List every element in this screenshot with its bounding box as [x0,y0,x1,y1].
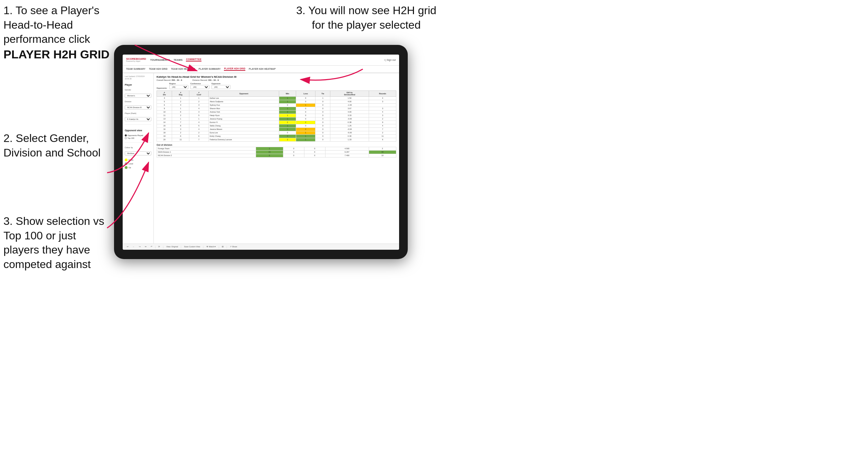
out-of-division-label: Out of division [157,144,396,146]
table-row: 1474 Eunice Yi 2 2 0 0.38 9 [157,121,396,124]
tablet-screen: SCOREBOARD Powered by clippd TOURNAMENTS… [123,55,399,250]
table-row: NAIA Division 1 15 0 0 9.267 30 [157,150,396,154]
step3-left-text: 3. Show selection vs Top 100 or just pla… [3,215,104,270]
toolbar-swap[interactable]: ⇔ [143,245,148,248]
toolbar-sep-2: | [163,246,163,248]
filter-row: Opponents: Region (All) Conference (All) [157,83,396,89]
grid-title: Katelyn Vo Head-to-Head Grid for Women's… [157,75,396,78]
table-row: 1063 Andrea York 2 0 0 4.00 4 [157,110,396,114]
toolbar-sep-1: | [155,246,156,248]
table-row: 20117 Federica Domecq Lacroze 2 1 0 1.33… [157,138,396,141]
filter-opponent-select[interactable]: (All) [211,85,230,89]
toolbar-clock[interactable]: ⟳ [157,245,161,248]
instruction-3-top: 3. You will now see H2H grid for the pla… [283,3,449,32]
radio-dot-opponents [125,134,127,136]
divider-2 [125,142,151,143]
col-rounds: Rounds [369,90,396,96]
colour-by-label: Colour by [125,146,151,149]
table-row: 522 Alexis Sudjianto 1 0 0 4.00 3 [157,100,396,103]
toolbar-grid[interactable]: ⊞ [220,245,225,248]
toolbar-back[interactable]: ← [131,245,136,248]
sub-navbar: TEAM SUMMARY TEAM H2H GRID TEAM H2H HEAT… [123,66,399,73]
brand-name: SCOREBOARD Powered by clippd [126,58,146,62]
navbar: SCOREBOARD Powered by clippd TOURNAMENTS… [123,55,399,66]
opponent-view-options: Opponents Played Top 100 [125,134,151,139]
division-record: Division Record: 331 - 34 - 6 [192,79,219,81]
sub-nav-team-h2h[interactable]: TEAM H2H GRID [149,68,168,70]
colour-by-select[interactable]: Win/loss [125,151,151,155]
step3-top-line2: for the player selected [312,19,421,31]
filter-region-select[interactable]: (All) [169,85,188,89]
table-row: 1822 Euna Lee 0 1 0 -5.00 2 [157,131,396,134]
sidebar: Last Updated: 27/03/202416:55:38 Player … [123,73,154,244]
step1-text: 1. To see a Player's Head-to-Head perfor… [3,4,100,45]
nav-committee[interactable]: COMMITTEE [186,58,201,61]
filter-opponent-group: Opponent (All) [211,83,230,89]
step2-text: 2. Select Gender, Division and School [3,132,101,159]
h2h-table: #Div #Reg #Conf Opponent Win Loss Tie Di… [157,90,396,142]
toolbar-sep-3: | [181,246,181,248]
colour-legend: Down Level Up [125,159,151,169]
legend-down: Down [125,159,151,161]
filter-region-group: Region (All) [169,83,188,89]
toolbar-save-custom[interactable]: Save Custom View [183,245,201,248]
table-row: 1634 Jessica Mason 1 2 0 -0.94 7 [157,127,396,131]
filter-opponents-label: Opponents: [157,87,167,89]
brand: SCOREBOARD Powered by clippd [126,58,146,62]
sub-nav-player-heatmap[interactable]: PLAYER H2H HEATMAP [249,68,276,70]
legend-dot-level [125,162,128,165]
player-section-label: Player [125,84,151,86]
table-row: 1585 Stella Cheng 1 0 0 1.25 4 [157,124,396,127]
step1-bold: PLAYER H2H GRID [3,48,110,61]
toolbar-redo[interactable]: ↪ [138,245,142,248]
sub-nav-player-h2h[interactable]: PLAYER H2H GRID [224,67,245,71]
nav-sign-out[interactable]: i | Sign out [384,59,396,61]
toolbar-watch[interactable]: 👁 Watch ▾ [205,245,217,248]
legend-up: Up [125,166,151,169]
toolbar-sep-4: | [203,246,204,248]
nav-tournaments[interactable]: TOURNAMENTS [150,59,170,61]
table-row: 1125 Heejo Hyun 1 0 0 3.33 3 [157,114,396,117]
toolbar-sep-6: | [226,246,227,248]
step3-top-line1: 3. You will now see H2H grid [296,4,436,17]
table-row: 311 Esther Lee 1 0 1 1.50 4 [157,96,396,100]
overall-record: Overall Record: 353 - 34 - 6 [157,79,182,81]
player-rank-label: Player (Rank) [125,112,151,114]
radio-dot-top100 [125,137,127,139]
nav-links: TOURNAMENTS TEAMS COMMITTEE [150,58,380,61]
division-label: Division [125,101,151,103]
sub-nav-team-summary[interactable]: TEAM SUMMARY [126,68,145,70]
player-rank-select[interactable]: 8. Katelyn Vo [125,117,151,121]
gender-select[interactable]: Women's Men's [125,94,151,98]
toolbar-undo[interactable]: ↩ [125,245,130,248]
main-content: Last Updated: 27/03/202416:55:38 Player … [123,73,399,244]
col-loss: Loss [296,90,315,96]
table-row: 1311 Jessica Huang 1 0 0 -3.00 2 [157,117,396,121]
grid-area: Katelyn Vo Head-to-Head Grid for Women's… [154,73,399,244]
filter-conference-group: Conference (All) [190,83,209,89]
col-div: #Div [157,90,172,96]
sub-nav-player-summary[interactable]: PLAYER SUMMARY [199,68,221,70]
filter-conference-select[interactable]: (All) [190,85,209,89]
table-row: 914 Sharon Mun 1 0 0 3.67 3 [157,107,396,110]
col-conf: #Conf [189,90,209,96]
table-row: 633 Sydney Kuo 0 1 0 -1.00 [157,103,396,107]
toolbar-refresh[interactable]: ↶ [149,245,154,248]
nav-teams[interactable]: TEAMS [173,59,182,61]
sub-nav-team-heatmap[interactable]: TEAM H2H HEATMAP [171,68,195,70]
gender-label: Gender [125,89,151,91]
radio-opponents-played[interactable]: Opponents Played [125,134,151,136]
col-diff: Diff AvStrokes/Rnd [330,90,369,96]
col-tie: Tie [315,90,330,96]
toolbar-share[interactable]: ↗ Share [228,245,238,248]
tablet: SCOREBOARD Powered by clippd TOURNAMENTS… [114,45,408,259]
radio-top100[interactable]: Top 100 [125,137,151,139]
col-opponent: Opponent [208,90,279,96]
col-reg: #Reg [172,90,189,96]
opponent-view-label: Opponent view [125,129,151,132]
table-row: 1966 Emily Chang 4 1 0 0.30 11 [157,134,396,138]
division-select[interactable]: NCAA Division III [125,105,151,109]
table-row: Foreign Team 1 0 0 4.500 2 [157,147,396,150]
instruction-2: 2. Select Gender, Division and School [3,131,111,160]
toolbar-view-original[interactable]: View: Original [165,245,179,248]
